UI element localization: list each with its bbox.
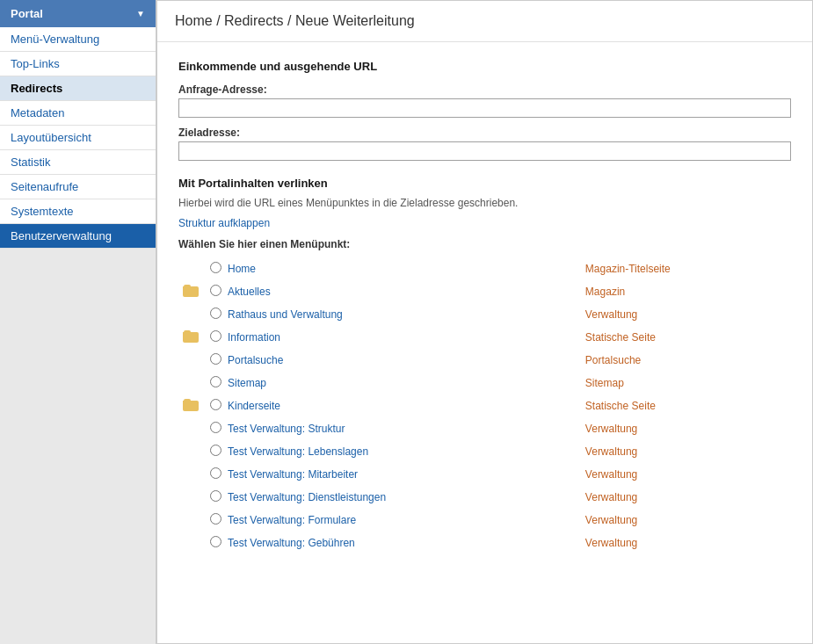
menu-item-type-1: Magazin <box>568 280 791 303</box>
menu-radio-11[interactable] <box>210 513 221 525</box>
folder-cell-2 <box>178 303 203 326</box>
menu-item-name-1[interactable]: Aktuelles <box>228 280 568 303</box>
menu-table-row: Test Verwaltung: DienstleistungenVerwalt… <box>178 486 791 509</box>
folder-cell-10 <box>178 486 203 509</box>
menu-item-name-3[interactable]: Information <box>228 326 568 349</box>
menu-item-name-9[interactable]: Test Verwaltung: Mitarbeiter <box>228 463 568 486</box>
menu-table-row: Test Verwaltung: MitarbeiterVerwaltung <box>178 463 791 486</box>
folder-cell-5 <box>178 372 203 394</box>
sidebar-item-metadaten[interactable]: Metadaten <box>0 101 156 126</box>
folder-cell-11 <box>178 509 203 532</box>
radio-cell-12[interactable] <box>203 532 228 554</box>
radio-cell-1[interactable] <box>203 280 228 303</box>
menu-table-row: Rathaus und VerwaltungVerwaltung <box>178 303 791 326</box>
menu-item-name-6[interactable]: Kinderseite <box>228 394 568 417</box>
radio-cell-9[interactable] <box>203 463 228 486</box>
anfrage-input[interactable] <box>178 98 791 118</box>
menu-table-row: Test Verwaltung: FormulareVerwaltung <box>178 509 791 532</box>
ziel-label: Zieladresse: <box>178 127 791 139</box>
anfrage-group: Anfrage-Adresse: <box>178 83 791 118</box>
radio-cell-7[interactable] <box>203 417 228 440</box>
menu-radio-7[interactable] <box>210 422 221 433</box>
radio-cell-4[interactable] <box>203 349 228 372</box>
sidebar-item-statistik[interactable]: Statistik <box>0 150 156 175</box>
folder-cell-1 <box>178 280 203 303</box>
menu-item-name-0[interactable]: Home <box>228 257 568 280</box>
radio-cell-3[interactable] <box>203 326 228 349</box>
menu-item-type-11: Verwaltung <box>568 509 791 532</box>
sidebar-item-seitenaufrufe[interactable]: Seitenaufrufe <box>0 175 156 199</box>
menu-radio-12[interactable] <box>210 536 221 547</box>
menu-item-name-12[interactable]: Test Verwaltung: Gebühren <box>228 532 568 554</box>
menu-item-type-2: Verwaltung <box>568 303 791 326</box>
anfrage-label: Anfrage-Adresse: <box>178 83 791 96</box>
radio-cell-11[interactable] <box>203 509 228 532</box>
sidebar-item-systemtexte[interactable]: Systemtexte <box>0 199 156 224</box>
radio-cell-0[interactable] <box>203 257 228 280</box>
radio-cell-5[interactable] <box>203 372 228 394</box>
sidebar-nav: Menü-VerwaltungTop-LinksRedirectsMetadat… <box>0 27 156 249</box>
sidebar-item-layoutuebersicht[interactable]: Layoutübersicht <box>0 126 156 150</box>
folder-cell-0 <box>178 257 203 280</box>
portal-label: Portal <box>11 7 43 20</box>
menu-select-label: Wählen Sie hier einen Menüpunkt: <box>178 238 791 250</box>
menu-table-row: Test Verwaltung: LebenslagenVerwaltung <box>178 440 791 463</box>
struktur-aufklappen-link[interactable]: Struktur aufklappen <box>178 217 270 229</box>
menu-items-table: HomeMagazin-TitelseiteAktuellesMagazinRa… <box>178 257 791 554</box>
menu-item-type-5: Sitemap <box>568 372 791 394</box>
menu-item-name-5[interactable]: Sitemap <box>228 372 568 394</box>
sidebar-item-benutzerverwaltung[interactable]: Benutzerverwaltung <box>0 224 156 249</box>
menu-item-type-0: Magazin-Titelseite <box>568 257 791 280</box>
menu-radio-2[interactable] <box>210 308 221 319</box>
menu-item-name-11[interactable]: Test Verwaltung: Formulare <box>228 509 568 532</box>
radio-cell-2[interactable] <box>203 303 228 326</box>
menu-table-row: Test Verwaltung: GebührenVerwaltung <box>178 532 791 554</box>
menu-table-row: SitemapSitemap <box>178 372 791 394</box>
menu-item-name-2[interactable]: Rathaus und Verwaltung <box>228 303 568 326</box>
portal-header[interactable]: Portal ▼ <box>0 0 156 27</box>
menu-radio-10[interactable] <box>210 490 221 502</box>
sidebar-item-menu-verwaltung[interactable]: Menü-Verwaltung <box>0 27 156 52</box>
menu-radio-0[interactable] <box>210 262 221 273</box>
radio-cell-10[interactable] <box>203 486 228 509</box>
folder-cell-8 <box>178 440 203 463</box>
sidebar-item-top-links[interactable]: Top-Links <box>0 52 156 76</box>
portal-dropdown-arrow: ▼ <box>136 9 145 18</box>
folder-cell-3 <box>178 326 203 349</box>
menu-item-name-4[interactable]: Portalsuche <box>228 349 568 372</box>
menu-radio-5[interactable] <box>210 376 221 387</box>
menu-table-row: HomeMagazin-Titelseite <box>178 257 791 280</box>
link-section-title: Mit Portalinhalten verlinken <box>178 177 791 190</box>
menu-item-type-3: Statische Seite <box>568 326 791 349</box>
menu-item-type-7: Verwaltung <box>568 417 791 440</box>
menu-item-name-7[interactable]: Test Verwaltung: Struktur <box>228 417 568 440</box>
menu-item-type-10: Verwaltung <box>568 486 791 509</box>
menu-radio-9[interactable] <box>210 467 221 479</box>
folder-icon <box>183 285 199 297</box>
main-content: Home / Redirects / Neue Weiterleitung Ei… <box>156 0 813 644</box>
content-body: Einkommende und ausgehende URL Anfrage-A… <box>157 42 812 572</box>
folder-cell-6 <box>178 394 203 417</box>
menu-item-type-8: Verwaltung <box>568 440 791 463</box>
menu-item-type-12: Verwaltung <box>568 532 791 554</box>
radio-cell-6[interactable] <box>203 394 228 417</box>
ziel-input[interactable] <box>178 141 791 161</box>
sidebar-item-redirects[interactable]: Redirects <box>0 76 156 101</box>
menu-radio-3[interactable] <box>210 330 221 342</box>
folder-icon <box>183 399 199 411</box>
menu-item-type-6: Statische Seite <box>568 394 791 417</box>
menu-radio-1[interactable] <box>210 285 221 296</box>
menu-table-row: PortalsuchePortalsuche <box>178 349 791 372</box>
menu-radio-4[interactable] <box>210 353 221 365</box>
menu-table-row: InformationStatische Seite <box>178 326 791 349</box>
menu-item-name-10[interactable]: Test Verwaltung: Dienstleistungen <box>228 486 568 509</box>
folder-cell-12 <box>178 532 203 554</box>
radio-cell-8[interactable] <box>203 440 228 463</box>
menu-item-type-4: Portalsuche <box>568 349 791 372</box>
menu-item-name-8[interactable]: Test Verwaltung: Lebenslagen <box>228 440 568 463</box>
menu-radio-6[interactable] <box>210 399 221 410</box>
menu-radio-8[interactable] <box>210 445 221 456</box>
menu-table-row: AktuellesMagazin <box>178 280 791 303</box>
breadcrumb: Home / Redirects / Neue Weiterleitung <box>157 1 812 42</box>
menu-item-type-9: Verwaltung <box>568 463 791 486</box>
